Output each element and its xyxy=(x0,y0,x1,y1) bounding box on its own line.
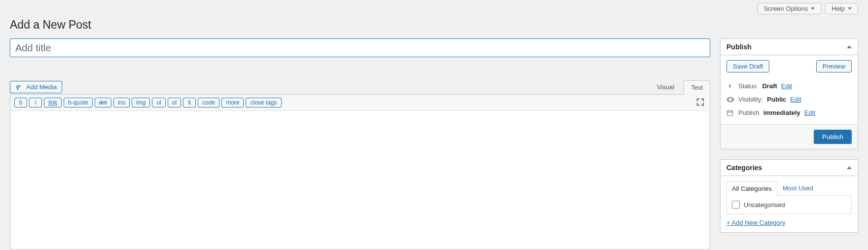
screen-options-label: Screen Options xyxy=(764,5,808,12)
qt-more-button[interactable]: more xyxy=(221,98,244,107)
svg-rect-1 xyxy=(727,110,732,115)
publish-box: Publish Save Draft Preview Status: Draft… xyxy=(720,38,858,149)
add-media-button[interactable]: Add Media xyxy=(10,81,62,93)
add-new-category-link[interactable]: + Add New Category xyxy=(721,219,858,232)
save-draft-button[interactable]: Save Draft xyxy=(726,60,769,72)
page-title: Add a New Post xyxy=(0,14,868,38)
schedule-value: immediately xyxy=(763,109,800,116)
edit-visibility-link[interactable]: Edit xyxy=(790,96,801,103)
add-media-label: Add Media xyxy=(26,83,57,91)
status-value: Draft xyxy=(762,82,777,90)
qt-img-button[interactable]: img xyxy=(132,98,150,107)
qt-li-button[interactable]: li xyxy=(183,98,196,107)
qt-blockquote-button[interactable]: b-quote xyxy=(64,98,93,107)
categories-box-title: Categories xyxy=(726,164,762,172)
qt-link-button[interactable]: link xyxy=(44,98,62,107)
help-label: Help xyxy=(832,5,845,12)
edit-status-link[interactable]: Edit xyxy=(781,82,792,90)
media-icon xyxy=(15,84,23,91)
qt-code-button[interactable]: code xyxy=(198,98,219,107)
editor-container: b i link b-quote del ins img ul ol li co… xyxy=(10,94,710,250)
collapse-toggle-icon[interactable] xyxy=(847,166,852,169)
qt-del-button[interactable]: del xyxy=(95,98,111,107)
qt-close-tags-button[interactable]: close tags xyxy=(246,98,281,107)
visibility-value: Public xyxy=(767,96,786,103)
tab-visual[interactable]: Visual xyxy=(650,80,682,94)
screen-options-button[interactable]: Screen Options xyxy=(758,3,822,14)
edit-schedule-link[interactable]: Edit xyxy=(804,109,815,116)
chevron-down-icon xyxy=(811,7,815,10)
categories-box: Categories All Categories Most Used Unca… xyxy=(720,159,858,233)
schedule-label: Publish xyxy=(738,109,760,116)
qt-ul-button[interactable]: ul xyxy=(152,98,165,107)
pin-icon xyxy=(726,83,734,90)
preview-button[interactable]: Preview xyxy=(816,60,852,72)
category-label: Uncategorised xyxy=(744,201,785,209)
quicktags-toolbar: b i link b-quote del ins img ul ol li co… xyxy=(10,95,710,111)
category-checkbox[interactable] xyxy=(732,201,740,209)
qt-italic-button[interactable]: i xyxy=(29,98,42,107)
collapse-toggle-icon[interactable] xyxy=(847,45,852,48)
content-textarea[interactable] xyxy=(10,111,710,249)
svg-point-0 xyxy=(16,85,19,88)
publish-box-title: Publish xyxy=(726,43,752,51)
tab-text[interactable]: Text xyxy=(684,80,710,95)
category-item[interactable]: Uncategorised xyxy=(732,201,846,209)
calendar-icon xyxy=(726,109,734,116)
qt-ins-button[interactable]: ins xyxy=(113,98,130,107)
chevron-down-icon xyxy=(848,7,852,10)
visibility-label: Visibility: xyxy=(738,96,763,103)
tab-all-categories[interactable]: All Categories xyxy=(726,181,777,196)
tab-most-used[interactable]: Most Used xyxy=(777,181,819,195)
publish-button[interactable]: Publish xyxy=(814,130,852,144)
eye-icon xyxy=(726,96,734,103)
post-title-input[interactable] xyxy=(10,38,710,57)
status-label: Status: xyxy=(738,82,758,90)
qt-ol-button[interactable]: ol xyxy=(168,98,181,107)
qt-bold-button[interactable]: b xyxy=(14,98,27,107)
fullscreen-icon[interactable] xyxy=(696,98,705,108)
help-button[interactable]: Help xyxy=(825,3,858,14)
